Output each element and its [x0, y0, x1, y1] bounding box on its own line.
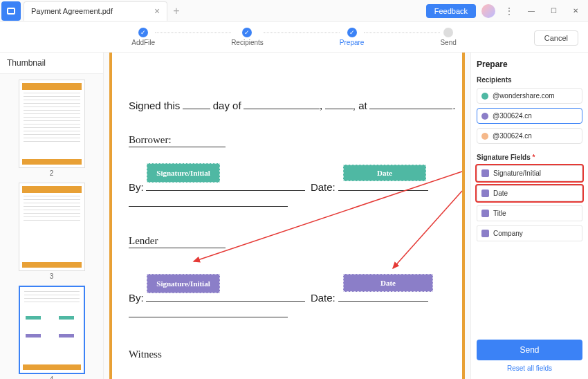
- step-recipients[interactable]: ✓ Recipients: [231, 28, 264, 46]
- field-color-icon: [481, 190, 489, 197]
- date-field-purple[interactable]: Date: [343, 274, 433, 292]
- panel-title: Prepare: [477, 59, 582, 69]
- signature-field-purple[interactable]: Signature/Initial: [147, 274, 220, 293]
- app-icon: [1, 1, 21, 21]
- send-button[interactable]: Send: [477, 340, 582, 360]
- close-tab-icon[interactable]: ×: [154, 6, 160, 17]
- thumbnail-page-4[interactable]: [19, 286, 85, 374]
- signature-field-teal[interactable]: Signature/Initial: [147, 163, 220, 183]
- color-dot: [481, 93, 488, 100]
- stepper: ✓ AddFile ✓ Recipients ✓ Prepare Send Ca…: [0, 22, 588, 53]
- by-line-2: By: Date:: [129, 292, 428, 304]
- feedback-button[interactable]: Feedback: [426, 4, 476, 18]
- borrower-label: Borrower:: [129, 134, 172, 146]
- thumbnail-page-2[interactable]: [19, 80, 85, 168]
- check-icon: ✓: [242, 28, 252, 37]
- field-color-icon: [481, 210, 489, 217]
- witness-label: Witness: [129, 349, 162, 360]
- thumbnail-panel: Thumbnail 2 3: [0, 53, 104, 379]
- signed-line: Signed this day of , , at .: [129, 100, 455, 112]
- kebab-menu-icon[interactable]: ⋮: [501, 3, 517, 19]
- step-send[interactable]: Send: [440, 28, 456, 46]
- sigfield-date[interactable]: Date: [477, 185, 582, 201]
- thumbnail-item[interactable]: 4: [0, 286, 103, 379]
- recipient-item[interactable]: @300624.cn: [477, 128, 582, 144]
- step-prepare[interactable]: ✓ Prepare: [340, 28, 365, 46]
- add-tab-button[interactable]: +: [173, 5, 179, 17]
- recipient-item[interactable]: @300624.cn: [477, 108, 582, 124]
- field-color-icon: [481, 230, 489, 237]
- prepare-panel: Prepare Recipients @wondershare.com @300…: [470, 53, 588, 379]
- reset-all-fields-link[interactable]: Reset all fields: [477, 364, 582, 372]
- sigfield-signature[interactable]: Signature/Initial: [477, 165, 582, 181]
- main-area: Thumbnail 2 3: [0, 53, 588, 379]
- minimize-button[interactable]: —: [523, 3, 540, 19]
- tab-title: Payment Agreement.pdf: [31, 7, 113, 15]
- thumbnail-page-3[interactable]: [19, 183, 85, 271]
- user-avatar[interactable]: [481, 4, 495, 18]
- thumbnail-title: Thumbnail: [0, 53, 103, 74]
- document-canvas[interactable]: Signed this day of , , at . Borrower: Si…: [104, 53, 470, 379]
- check-icon: ✓: [347, 28, 357, 37]
- lender-label: Lender: [129, 235, 158, 247]
- thumbnail-item[interactable]: 3: [0, 183, 103, 280]
- close-window-button[interactable]: ✕: [567, 3, 584, 19]
- thumbnail-list[interactable]: 2 3 4: [0, 74, 103, 379]
- step-addfile[interactable]: ✓ AddFile: [131, 28, 155, 46]
- cancel-button[interactable]: Cancel: [534, 30, 578, 46]
- pending-icon: [443, 28, 453, 37]
- check-icon: ✓: [138, 28, 148, 37]
- by-line-1: By: Date:: [129, 181, 428, 194]
- sigfield-title[interactable]: Title: [477, 205, 582, 221]
- color-dot: [481, 133, 488, 140]
- document-page: Signed this day of , , at . Borrower: Si…: [109, 53, 465, 379]
- sigfield-company[interactable]: Company: [477, 225, 582, 241]
- signature-fields-label: Signature Fields *: [477, 154, 582, 161]
- field-color-icon: [481, 169, 489, 177]
- titlebar: Payment Agreement.pdf × + Feedback ⋮ — ☐…: [0, 0, 588, 22]
- recipient-item[interactable]: @wondershare.com: [477, 88, 582, 104]
- thumbnail-item[interactable]: 2: [0, 80, 103, 177]
- maximize-button[interactable]: ☐: [545, 3, 562, 19]
- recipients-section-label: Recipients: [477, 76, 582, 84]
- date-field-teal[interactable]: Date: [343, 165, 426, 181]
- color-dot: [481, 113, 488, 120]
- document-tab[interactable]: Payment Agreement.pdf ×: [24, 1, 167, 21]
